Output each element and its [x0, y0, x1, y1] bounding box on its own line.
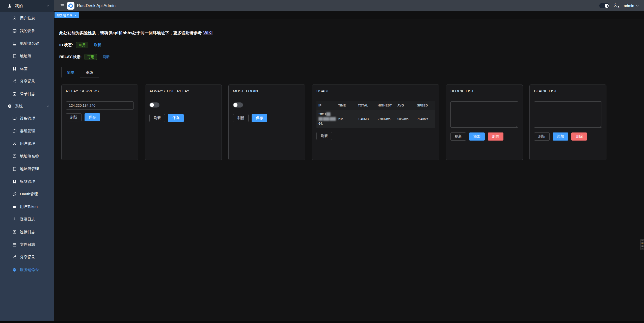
chevron-up-icon [46, 4, 50, 8]
sidebar-group-title-system[interactable]: 系统 [0, 100, 54, 112]
collapse-sidebar-icon[interactable] [60, 4, 65, 8]
status-refresh-link[interactable]: 刷新 [94, 43, 101, 47]
sidebar-item-label: 服务端命令 [20, 267, 39, 272]
sidebar-item-file-logs[interactable]: 文件日志 [0, 238, 54, 251]
sidebar-item-label: 群组管理 [20, 129, 35, 133]
sidebar-item-share-records[interactable]: 分享记录 [0, 75, 54, 88]
document-icon [12, 230, 17, 234]
black-list-delete-button[interactable]: 删除 [571, 132, 587, 141]
minimap-stripe [641, 249, 643, 249]
experimental-notice: 此处功能为实验性质，请确保api和hbbs处于同一回环地址下，更多说明请参考WI… [59, 31, 639, 36]
page-title: RustDesk Api Admin [77, 3, 116, 8]
status-refresh-link[interactable]: 刷新 [102, 55, 110, 59]
sidebar-item-user-management[interactable]: 用户管理 [0, 137, 54, 150]
always-use-relay-switch[interactable] [149, 102, 159, 107]
block-list-add-button[interactable]: 添加 [469, 132, 485, 141]
must-login-refresh-button[interactable]: 刷新 [233, 114, 249, 122]
sidebar-item-login-logs[interactable]: 登录日志 [0, 88, 54, 100]
status-row: RELAY 状态:可用刷新 [59, 54, 639, 60]
tab-server-commands[interactable]: 服务端命令 × [55, 12, 79, 18]
sidebar-item-oauth-management[interactable]: Oauth管理 [0, 188, 54, 200]
chevron-up-icon [46, 104, 50, 108]
sidebar-item-label: 分享记录 [20, 79, 35, 84]
minimap-stripe [641, 242, 643, 242]
top-header: RustDesk Api Admin 文 A admin [54, 0, 644, 11]
sidebar-item-server-commands[interactable]: 服务端命令 [0, 263, 54, 276]
minimap-stripe [641, 243, 643, 244]
relay-servers-refresh-button[interactable]: 刷新 [66, 113, 82, 121]
usage-time-cell: 23s [336, 110, 356, 128]
minimap-stripe [641, 246, 643, 247]
black-list-refresh-button[interactable]: 刷新 [534, 132, 550, 141]
card-title: BLOCK_LIST [446, 85, 523, 97]
monitor-icon [12, 116, 17, 121]
minimap-stripe [641, 245, 643, 245]
sidebar-item-tags[interactable]: 标签 [0, 62, 54, 75]
user-filled-icon [8, 4, 12, 8]
sidebar-item-group-management[interactable]: 群组管理 [0, 125, 54, 137]
wiki-link[interactable]: WIKI [203, 31, 212, 35]
must-login-switch[interactable] [233, 102, 243, 107]
status-row: ID 状态:可用刷新 [59, 42, 639, 48]
mode-tab-simple[interactable]: 简单 [62, 67, 80, 77]
usage-highest-cell: 2780kb/s [375, 110, 395, 128]
sidebar-item-address-book[interactable]: 地址簿 [0, 50, 54, 62]
book-icon [12, 41, 17, 46]
sidebar-item-label: Oauth管理 [20, 192, 38, 197]
card-usage: USAGE IPTIMETOTALHIGHESTAVGSPEED ::ffff:… [312, 85, 439, 160]
block-list-refresh-button[interactable]: 刷新 [450, 132, 466, 141]
sidebar-group-title-mine[interactable]: 我的 [0, 0, 54, 12]
usage-refresh-button[interactable]: 刷新 [316, 132, 332, 140]
share-icon [12, 255, 17, 259]
card-title: BLACK_LIST [530, 85, 606, 97]
sidebar-item-tag-management[interactable]: 标签管理 [0, 175, 54, 188]
sidebar-item-share-records[interactable]: 分享记录 [0, 251, 54, 263]
usage-table-row: ::ffff:1██. ██.███.███ 64: 23s 1.40MB 27… [316, 110, 435, 128]
sidebar-item-my-devices[interactable]: 我的设备 [0, 24, 54, 37]
main-content: 此处功能为实验性质，请确保api和hbbs处于同一回环地址下，更多说明请参考WI… [54, 19, 644, 321]
usage-column-highest: HIGHEST [375, 101, 395, 110]
sidebar-item-label: 分享记录 [20, 255, 35, 260]
sidebar-item-address-book-names[interactable]: 地址簿名称 [0, 150, 54, 163]
always-use-relay-refresh-button[interactable]: 刷新 [149, 114, 165, 122]
link-icon [12, 192, 17, 196]
mode-tab-advanced[interactable]: 高级 [80, 67, 99, 77]
box-icon [12, 243, 17, 247]
sidebar-item-label: 用户Token [20, 204, 38, 209]
relay-servers-input[interactable] [66, 101, 134, 110]
usage-column-avg: AVG [395, 101, 415, 110]
user-dropdown[interactable]: admin [624, 4, 639, 8]
status-badge: 可用 [85, 54, 97, 60]
must-login-save-button[interactable]: 保存 [252, 114, 267, 122]
sidebar-item-label: 文件日志 [20, 242, 35, 247]
always-use-relay-save-button[interactable]: 保存 [168, 114, 184, 122]
sidebar-item-address-book-names[interactable]: 地址簿名称 [0, 37, 54, 50]
usage-speed-cell: 764kb/s [415, 110, 435, 128]
horizontal-scrollbar-track[interactable] [0, 321, 644, 323]
usage-column-ip: IP [316, 101, 336, 110]
sidebar-item-label: 地址簿 [20, 54, 31, 59]
card-title: RELAY_SERVERS [62, 85, 138, 97]
sidebar-item-login-logs[interactable]: 登录日志 [0, 213, 54, 226]
minimap-stripe [641, 248, 643, 248]
dark-mode-toggle[interactable] [599, 3, 609, 8]
sidebar-item-device-management[interactable]: 设备管理 [0, 112, 54, 125]
minimap-stripe [641, 247, 643, 247]
sidebar-item-user-info[interactable]: 用户信息 [0, 12, 54, 24]
relay-servers-save-button[interactable]: 保存 [85, 113, 100, 121]
usage-column-speed: SPEED [415, 101, 435, 110]
sidebar-item-user-token[interactable]: 用户Token [0, 200, 54, 213]
floating-minimap-widget[interactable] [640, 239, 644, 250]
sidebar-item-address-book-management[interactable]: 地址簿管理 [0, 163, 54, 175]
black-list-add-button[interactable]: 添加 [553, 132, 568, 141]
black-list-textarea[interactable] [534, 101, 602, 128]
block-list-textarea[interactable] [450, 101, 518, 128]
close-icon[interactable]: × [75, 14, 77, 17]
block-list-delete-button[interactable]: 删除 [488, 132, 503, 141]
minimap-stripe [641, 241, 643, 241]
card-always-use-relay: ALWAYS_USE_RELAY 刷新 保存 [145, 85, 222, 160]
sidebar-item-connection-logs[interactable]: 连接日志 [0, 226, 54, 238]
translate-icon[interactable]: 文 A [614, 3, 620, 9]
card-must-login: MUST_LOGIN 刷新 保存 [228, 85, 305, 160]
sidebar-item-label: 用户管理 [20, 141, 35, 146]
